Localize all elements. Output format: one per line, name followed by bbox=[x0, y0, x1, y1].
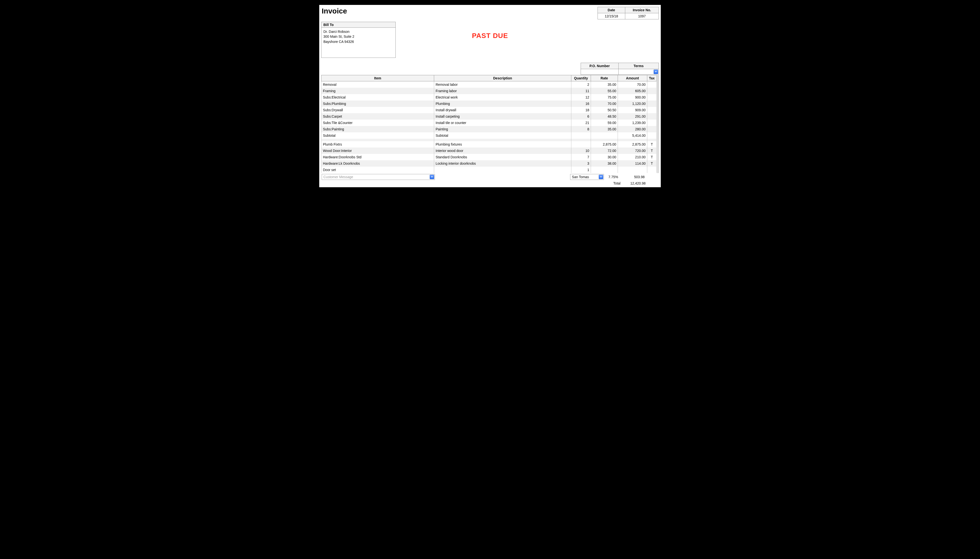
cell-desc[interactable]: Install tile or counter bbox=[434, 119, 571, 126]
cell-qty[interactable] bbox=[571, 139, 591, 141]
cell-desc[interactable]: Install drywall bbox=[434, 107, 571, 113]
cell-item[interactable]: Hardware:Doorknobs Std bbox=[322, 154, 434, 160]
table-row[interactable]: Door set1 bbox=[322, 167, 657, 173]
cell-item[interactable]: Removal bbox=[322, 81, 434, 88]
cell-qty[interactable]: 3 bbox=[571, 160, 591, 167]
cell-desc[interactable]: Electrical work bbox=[434, 94, 571, 101]
cell-amount[interactable]: 605.00 bbox=[618, 88, 647, 94]
cell-rate[interactable]: 50.50 bbox=[591, 107, 618, 113]
bill-to-body[interactable]: Dr. Darci Robson 300 Main St, Suite 2 Ba… bbox=[321, 27, 396, 58]
cell-desc[interactable]: Framing labor bbox=[434, 88, 571, 94]
cell-item[interactable]: Hardware:Lk Doorknobs bbox=[322, 160, 434, 167]
cell-item[interactable]: Wood Door:Interior bbox=[322, 147, 434, 154]
cell-qty[interactable]: 12 bbox=[571, 94, 591, 101]
cell-qty[interactable]: 6 bbox=[571, 113, 591, 119]
cell-rate[interactable]: 38.00 bbox=[591, 160, 618, 167]
cell-qty[interactable]: 11 bbox=[571, 88, 591, 94]
cell-amount[interactable]: 900.00 bbox=[618, 94, 647, 101]
cell-item[interactable]: Subtotal bbox=[322, 132, 434, 139]
scrollbar[interactable] bbox=[657, 75, 659, 173]
cell-desc[interactable]: Install carpeting bbox=[434, 113, 571, 119]
table-row[interactable]: Subs:DrywallInstall drywall1850.50909.00 bbox=[322, 107, 657, 113]
cell-amount[interactable]: 70.00 bbox=[618, 81, 647, 88]
cell-rate[interactable]: 30.00 bbox=[591, 154, 618, 160]
table-row[interactable]: Subs:PaintingPainting835.00280.00 bbox=[322, 126, 657, 132]
chevron-down-icon[interactable] bbox=[430, 175, 434, 179]
cell-tax[interactable] bbox=[647, 113, 657, 119]
cell-tax[interactable] bbox=[647, 88, 657, 94]
cell-qty[interactable] bbox=[571, 141, 591, 147]
cell-tax[interactable] bbox=[647, 101, 657, 107]
cell-qty[interactable]: 8 bbox=[571, 126, 591, 132]
cell-desc[interactable]: Removal labor bbox=[434, 81, 571, 88]
cell-qty[interactable]: 2 bbox=[571, 81, 591, 88]
cell-rate[interactable] bbox=[591, 167, 618, 173]
cell-desc[interactable]: Painting bbox=[434, 126, 571, 132]
table-row[interactable]: Wood Door:InteriorInterior wood door1072… bbox=[322, 147, 657, 154]
po-number-field[interactable] bbox=[581, 69, 619, 75]
cell-amount[interactable]: 909.00 bbox=[618, 107, 647, 113]
cell-tax[interactable] bbox=[647, 94, 657, 101]
cell-item[interactable]: Door set bbox=[322, 167, 434, 173]
cell-desc[interactable]: Plumbing bbox=[434, 101, 571, 107]
cell-qty[interactable] bbox=[571, 132, 591, 139]
cell-tax[interactable]: T bbox=[647, 141, 657, 147]
table-row[interactable]: Subs:ElectricalElectrical work1275.00900… bbox=[322, 94, 657, 101]
table-row[interactable]: SubtotalSubtotal5,414.00 bbox=[322, 132, 657, 139]
cell-desc[interactable] bbox=[434, 167, 571, 173]
table-row[interactable]: Plumb FixtrsPlumbing fixtures2,875.002,8… bbox=[322, 141, 657, 147]
cell-rate[interactable]: 72.00 bbox=[591, 147, 618, 154]
table-row[interactable]: RemovalRemoval labor235.0070.00 bbox=[322, 81, 657, 88]
cell-tax[interactable] bbox=[647, 81, 657, 88]
cell-amount[interactable]: 720.00 bbox=[618, 147, 647, 154]
cell-tax[interactable] bbox=[647, 119, 657, 126]
chevron-down-icon[interactable] bbox=[599, 175, 603, 179]
cell-amount[interactable]: 280.00 bbox=[618, 126, 647, 132]
cell-tax[interactable] bbox=[647, 126, 657, 132]
cell-amount[interactable] bbox=[618, 167, 647, 173]
table-row[interactable]: Subs:CarpetInstall carpeting648.50291.00 bbox=[322, 113, 657, 119]
cell-desc[interactable]: Plumbing fixtures bbox=[434, 141, 571, 147]
cell-item[interactable]: Subs:Drywall bbox=[322, 107, 434, 113]
cell-qty[interactable]: 18 bbox=[571, 107, 591, 113]
cell-desc[interactable]: Standard Doorknobs bbox=[434, 154, 571, 160]
cell-item[interactable]: Subs:Painting bbox=[322, 126, 434, 132]
cell-qty[interactable]: 1 bbox=[571, 167, 591, 173]
cell-desc[interactable]: Locking interior doorknobs bbox=[434, 160, 571, 167]
chevron-down-icon[interactable] bbox=[654, 69, 658, 74]
cell-rate[interactable]: 55.00 bbox=[591, 88, 618, 94]
customer-message-select[interactable]: Customer Message bbox=[322, 174, 435, 180]
cell-tax[interactable] bbox=[647, 132, 657, 139]
table-row[interactable] bbox=[322, 139, 657, 141]
invoice-no-value[interactable]: 1097 bbox=[625, 13, 659, 19]
cell-rate[interactable] bbox=[591, 132, 618, 139]
cell-tax[interactable]: T bbox=[647, 147, 657, 154]
cell-item[interactable]: Subs:Carpet bbox=[322, 113, 434, 119]
cell-rate[interactable]: 59.00 bbox=[591, 119, 618, 126]
terms-field[interactable] bbox=[619, 69, 659, 75]
cell-amount[interactable]: 114.00 bbox=[618, 160, 647, 167]
cell-amount[interactable]: 1,120.00 bbox=[618, 101, 647, 107]
cell-tax[interactable] bbox=[647, 139, 657, 141]
tax-location-select[interactable]: San Tomas bbox=[570, 174, 604, 180]
cell-rate[interactable]: 70.00 bbox=[591, 101, 618, 107]
cell-tax[interactable]: T bbox=[647, 160, 657, 167]
cell-amount[interactable]: 5,414.00 bbox=[618, 132, 647, 139]
cell-desc[interactable] bbox=[434, 139, 571, 141]
cell-tax[interactable]: T bbox=[647, 154, 657, 160]
line-items-table[interactable]: Item Description Quantity Rate Amount Ta… bbox=[321, 75, 657, 173]
cell-amount[interactable]: 2,875.00 bbox=[618, 141, 647, 147]
cell-rate[interactable]: 35.00 bbox=[591, 126, 618, 132]
cell-rate[interactable]: 35.00 bbox=[591, 81, 618, 88]
cell-rate[interactable]: 2,875.00 bbox=[591, 141, 618, 147]
cell-rate[interactable] bbox=[591, 139, 618, 141]
cell-qty[interactable]: 21 bbox=[571, 119, 591, 126]
cell-desc[interactable]: Interior wood door bbox=[434, 147, 571, 154]
date-value[interactable]: 12/15/18 bbox=[598, 13, 625, 19]
cell-amount[interactable]: 1,239.00 bbox=[618, 119, 647, 126]
cell-qty[interactable]: 16 bbox=[571, 101, 591, 107]
table-row[interactable]: Subs:Tile &CounterInstall tile or counte… bbox=[322, 119, 657, 126]
cell-item[interactable]: Subs:Tile &Counter bbox=[322, 119, 434, 126]
table-row[interactable]: Hardware:Doorknobs StdStandard Doorknobs… bbox=[322, 154, 657, 160]
cell-desc[interactable]: Subtotal bbox=[434, 132, 571, 139]
